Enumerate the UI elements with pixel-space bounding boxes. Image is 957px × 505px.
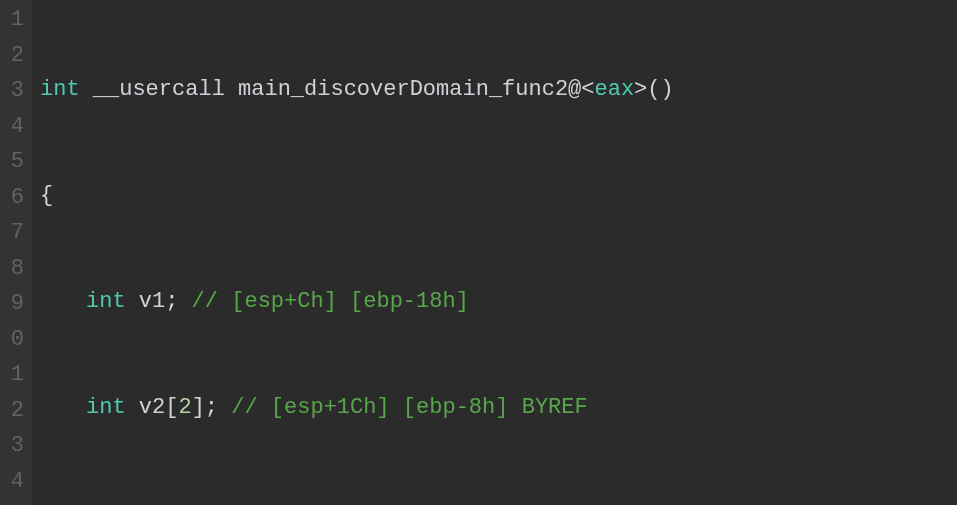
var-v2: v2 (139, 395, 165, 420)
comment: // [esp+1Ch] [ebp-8h] BYREF (218, 395, 588, 420)
code-editor[interactable]: 1 2 3 4 5 6 7 8 9 0 1 2 3 4 int __userca… (0, 0, 957, 505)
line-number: 7 (4, 215, 24, 251)
keyword-int: int (86, 289, 126, 314)
register-eax: eax (595, 77, 635, 102)
line-number: 8 (4, 251, 24, 287)
line-gutter: 1 2 3 4 5 6 7 8 9 0 1 2 3 4 (0, 0, 32, 505)
line-number: 0 (4, 322, 24, 358)
line-number: 9 (4, 286, 24, 322)
code-line[interactable] (40, 496, 957, 505)
code-line[interactable]: { (40, 178, 957, 214)
line-number: 1 (4, 357, 24, 393)
function-name: __usercall main_discoverDomain_func2 (93, 77, 568, 102)
line-number: 4 (4, 109, 24, 145)
var-v1: v1 (139, 289, 165, 314)
code-line[interactable]: int __usercall main_discoverDomain_func2… (40, 72, 957, 108)
code-line[interactable]: int v2[2]; // [esp+1Ch] [ebp-8h] BYREF (40, 390, 957, 426)
brace-open: { (40, 183, 53, 208)
line-number: 5 (4, 144, 24, 180)
line-number: 2 (4, 393, 24, 429)
code-area[interactable]: int __usercall main_discoverDomain_func2… (32, 0, 957, 505)
line-number: 4 (4, 464, 24, 500)
comment: // [esp+Ch] [ebp-18h] (178, 289, 468, 314)
line-number: 1 (4, 2, 24, 38)
code-line[interactable]: int v1; // [esp+Ch] [ebp-18h] (40, 284, 957, 320)
keyword-int: int (86, 395, 126, 420)
line-number: 2 (4, 38, 24, 74)
line-number: 3 (4, 73, 24, 109)
line-number: 6 (4, 180, 24, 216)
line-number: 3 (4, 428, 24, 464)
number-literal: 2 (178, 395, 191, 420)
keyword-int: int (40, 77, 80, 102)
